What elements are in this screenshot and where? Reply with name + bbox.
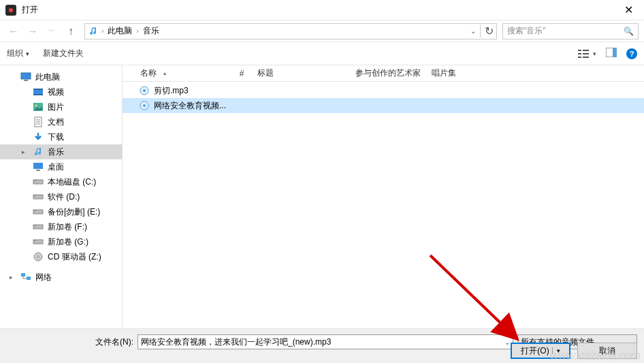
sidebar-item[interactable]: 软件 (D:) — [0, 189, 122, 204]
column-headers: 名称 ▴ # 标题 参与创作的艺术家 唱片集 — [123, 65, 644, 82]
svg-rect-3 — [583, 50, 589, 51]
svg-rect-5 — [583, 57, 589, 58]
up-button[interactable]: ↑ — [63, 23, 79, 40]
search-placeholder: 搜索"音乐" — [507, 25, 546, 37]
audio-file-icon — [139, 85, 150, 96]
video-icon — [33, 86, 44, 97]
chevron-down-icon[interactable]: ⌄ — [504, 338, 510, 346]
watermark: www.xiazaiba.com — [550, 349, 640, 363]
sidebar-item[interactable]: 新加卷 (G:) — [0, 234, 122, 249]
sidebar-item[interactable]: 桌面 — [0, 159, 122, 174]
expand-icon: ▸ — [22, 148, 29, 155]
sidebar-item[interactable]: 新加卷 (F:) — [0, 219, 122, 234]
preview-pane-button[interactable] — [606, 48, 617, 60]
svg-point-38 — [143, 104, 146, 107]
search-icon: 🔍 — [624, 27, 634, 36]
sidebar-item-label: 桌面 — [48, 161, 64, 173]
column-name[interactable]: 名称 ▴ — [123, 67, 230, 79]
svg-point-36 — [143, 89, 146, 92]
sidebar-item-label: 文档 — [48, 116, 64, 128]
column-artist[interactable]: 参与创作的艺术家 — [351, 67, 428, 79]
column-title[interactable]: 标题 — [253, 67, 351, 79]
svg-rect-1 — [578, 53, 581, 54]
svg-rect-20 — [36, 170, 40, 171]
svg-rect-0 — [578, 50, 581, 51]
sort-indicator-icon: ▴ — [163, 70, 166, 76]
sidebar-this-pc[interactable]: 此电脑 — [0, 69, 122, 84]
sidebar-item[interactable]: 视频 — [0, 84, 122, 99]
svg-rect-25 — [33, 210, 43, 214]
svg-rect-21 — [33, 180, 43, 184]
music-icon — [88, 26, 99, 37]
chevron-right-icon: › — [136, 27, 138, 35]
forward-button[interactable]: → — [25, 23, 41, 40]
sidebar-network[interactable]: ▸ 网络 — [0, 270, 122, 285]
svg-rect-11 — [33, 89, 43, 90]
chevron-right-icon: › — [101, 27, 103, 35]
close-button[interactable]: ✕ — [619, 3, 639, 16]
sidebar-item[interactable]: CD 驱动器 (Z:) — [0, 249, 122, 264]
sidebar-item[interactable]: 本地磁盘 (C:) — [0, 174, 122, 189]
svg-rect-12 — [33, 94, 43, 95]
search-input[interactable]: 搜索"音乐" 🔍 — [502, 23, 639, 40]
drive-icon — [33, 236, 44, 247]
sidebar-item[interactable]: 图片 — [0, 99, 122, 114]
svg-rect-23 — [33, 195, 43, 199]
sidebar-item[interactable]: 下载 — [0, 129, 122, 144]
organize-menu[interactable]: 组织 ▾ — [7, 48, 29, 59]
sidebar-item-label: 音乐 — [48, 146, 64, 158]
path-folder[interactable]: 音乐 — [142, 25, 161, 37]
file-name: 剪切.mp3 — [154, 85, 189, 97]
back-button[interactable]: ← — [5, 23, 22, 40]
address-bar[interactable]: › 此电脑 › 音乐 ⌄ ↻ — [84, 23, 497, 40]
chevron-down-icon: ▾ — [26, 50, 29, 57]
pc-icon — [20, 72, 31, 82]
sidebar-item-label: 新加卷 (F:) — [48, 221, 87, 233]
sidebar-item-label: 备份[勿删] (E:) — [48, 206, 100, 218]
svg-rect-33 — [21, 273, 25, 277]
svg-rect-8 — [21, 73, 31, 79]
sidebar-item-label: CD 驱动器 (Z:) — [48, 251, 101, 263]
svg-rect-22 — [34, 180, 36, 181]
svg-rect-7 — [613, 48, 617, 57]
svg-rect-26 — [34, 210, 36, 211]
expand-icon: ▸ — [10, 274, 16, 281]
file-name: 网络安全教育视频... — [154, 100, 226, 112]
svg-rect-4 — [583, 53, 589, 54]
sidebar-item[interactable]: ▸音乐 — [0, 144, 122, 159]
svg-rect-28 — [34, 225, 36, 226]
file-row[interactable]: 剪切.mp3 — [123, 83, 644, 98]
help-button[interactable]: ? — [626, 48, 637, 59]
view-options-button[interactable]: ▾ — [578, 49, 596, 59]
svg-rect-24 — [34, 195, 36, 196]
window-title: 打开 — [22, 4, 38, 16]
sidebar-item[interactable]: 文档 — [0, 114, 122, 129]
sidebar-item-label: 新加卷 (G:) — [48, 236, 88, 248]
doc-icon — [33, 116, 44, 127]
filename-input[interactable]: 网络安全教育视频，进来我们一起学习吧_(new).mp3 ⌄ — [138, 334, 513, 349]
drive-icon — [33, 206, 44, 217]
sidebar-item-label: 下载 — [48, 131, 64, 143]
column-number[interactable]: # — [230, 69, 253, 78]
recent-button[interactable]: ﹀ — [44, 23, 60, 40]
svg-point-32 — [37, 256, 39, 258]
sidebar-item[interactable]: 备份[勿删] (E:) — [0, 204, 122, 219]
svg-rect-2 — [578, 57, 581, 58]
download-icon — [33, 131, 44, 142]
app-icon — [5, 5, 16, 16]
drive-icon — [33, 221, 44, 232]
cd-icon — [33, 251, 44, 262]
path-root[interactable]: 此电脑 — [106, 25, 133, 37]
new-folder-button[interactable]: 新建文件夹 — [43, 48, 84, 59]
sidebar-item-label: 软件 (D:) — [48, 191, 80, 203]
svg-rect-19 — [33, 163, 43, 169]
refresh-button[interactable]: ↻ — [480, 25, 494, 37]
sidebar-item-label: 视频 — [48, 86, 64, 98]
column-album[interactable]: 唱片集 — [428, 67, 644, 79]
network-icon — [20, 272, 31, 283]
svg-rect-27 — [33, 225, 43, 229]
desktop-icon — [33, 161, 44, 172]
filename-label: 文件名(N): — [95, 336, 133, 348]
chevron-down-icon[interactable]: ⌄ — [470, 27, 476, 35]
file-row[interactable]: 网络安全教育视频... — [123, 98, 644, 113]
